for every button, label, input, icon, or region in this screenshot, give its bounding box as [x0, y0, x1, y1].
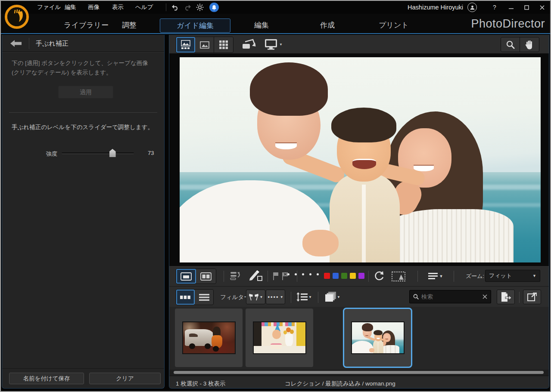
module-tabbar: ライブラリー 調整 ガイド編集 編集 作成 プリント PhotoDirector [1, 14, 550, 34]
clear-button[interactable]: クリア [89, 373, 161, 384]
strength-slider-row: 強度 73 [2, 148, 164, 159]
pan-hand-tool-button[interactable] [520, 37, 539, 52]
flip-mirror-icon[interactable] [390, 270, 407, 282]
strength-value: 73 [148, 150, 154, 156]
search-input[interactable] [421, 293, 480, 300]
filmstrip-view-group [176, 289, 214, 305]
view-mode-group [176, 37, 233, 53]
panel-footer: 名前を付けて保存 クリア [2, 368, 164, 388]
back-arrow-icon[interactable] [6, 37, 25, 49]
compare-mode-group [176, 269, 216, 284]
beach-family-photo [180, 57, 541, 262]
zoom-pan-group [501, 37, 539, 52]
user-avatar-icon[interactable] [467, 3, 477, 12]
viewer-only-mode-button[interactable] [195, 37, 214, 52]
rating-dots[interactable] [285, 273, 321, 275]
help-button[interactable]: ? [489, 3, 500, 12]
titlebar-separator [166, 3, 166, 11]
color-label-red [324, 273, 330, 279]
color-label-yellow [350, 273, 356, 279]
user-name[interactable]: Hashizume Hiroyuki [408, 4, 463, 11]
night-scooter-photo [183, 322, 235, 353]
zoom-tool-button[interactable] [501, 37, 520, 52]
tab-library[interactable]: ライブラリー [59, 19, 113, 32]
filmstrip-toolbar: フィルター: ▼ •••• ▼ ▼ ▼ [169, 286, 549, 307]
compare-view-button[interactable] [196, 269, 216, 284]
menu-help[interactable]: ヘルプ [135, 3, 153, 11]
save-as-button[interactable]: 名前を付けて保存 [9, 373, 84, 384]
filmstrip [169, 307, 549, 370]
menu-view[interactable]: 表示 [112, 3, 124, 11]
strength-label: 強度 [46, 150, 57, 158]
tab-guided-edit[interactable]: ガイド編集 [160, 19, 230, 33]
open-external-button[interactable] [523, 290, 541, 304]
collection-path-text: コレクション / 最新読み込み / woman.png [285, 380, 395, 388]
maximize-button[interactable] [521, 3, 532, 12]
search-box[interactable] [409, 290, 491, 303]
close-button[interactable] [536, 3, 548, 12]
photo-preview-area [169, 54, 549, 265]
zoom-fit-dropdown[interactable]: フィット ▼ [485, 270, 540, 282]
panel-divider [9, 112, 157, 113]
sort-order-icon[interactable]: ▼ [295, 291, 313, 302]
tab-print[interactable]: プリント [374, 19, 413, 32]
tab-adjust[interactable]: 調整 [118, 19, 141, 32]
viewer-filmstrip-mode-button[interactable] [176, 37, 195, 52]
undo-icon[interactable] [170, 2, 181, 12]
redo-icon[interactable] [182, 2, 193, 12]
slider-hint-text: 手ぶれ補正のレベルを下のスライダーで調整します。 [12, 123, 158, 131]
color-label-chips[interactable] [323, 273, 366, 279]
tab-edit[interactable]: 編集 [250, 19, 273, 32]
filmstrip-scrollbar[interactable] [174, 371, 544, 374]
rotate-photo-icon[interactable] [240, 38, 258, 51]
thumbnail-birthday-party[interactable] [246, 309, 313, 367]
color-label-green [341, 273, 347, 279]
stack-photos-icon[interactable]: ▼ [323, 290, 342, 303]
menu-file[interactable]: ファイル [37, 3, 61, 11]
rating-filter-button[interactable]: •••• ▼ [266, 290, 285, 304]
guided-edit-panel: 手ぶれ補正 下の [適用] ボタンをクリックして、シャープな画像 (クリアなディ… [2, 35, 165, 389]
secondary-monitor-icon[interactable]: ▼ [263, 38, 284, 51]
brand-logo-text: PhotoDirector [471, 17, 545, 31]
flag-pick-reject-icons[interactable] [272, 271, 292, 282]
search-icon [413, 294, 419, 299]
thumbnail-beach-family-selected[interactable] [344, 309, 411, 367]
thumbnail-night-scooter[interactable] [175, 309, 243, 367]
viewer-area: ▼ [169, 35, 549, 389]
list-options-icon[interactable]: ▼ [426, 271, 445, 281]
strength-slider-track[interactable] [62, 152, 134, 154]
notifications-bell-icon[interactable] [209, 3, 219, 12]
menu-image[interactable]: 画像 [88, 3, 100, 11]
photodirector-window: ファイル 編集 画像 表示 ヘルプ Hashizume Hiroyuki ? [0, 0, 551, 392]
settings-gear-icon[interactable] [195, 2, 205, 12]
browser-grid-mode-button[interactable] [214, 37, 233, 52]
zoom-label: ズーム: [466, 272, 484, 280]
thumbnail-view-button[interactable] [176, 290, 195, 305]
header-separator [29, 38, 29, 49]
selection-count-text: 1 枚選択 - 3 枚表示 [176, 380, 226, 388]
panel-header: 手ぶれ補正 [2, 35, 164, 52]
rotate-left-icon[interactable] [372, 270, 386, 282]
menu-edit[interactable]: 編集 [65, 3, 76, 11]
beach-family-photo [352, 322, 404, 353]
export-button[interactable] [497, 290, 515, 304]
clear-search-icon [483, 294, 487, 299]
titlebar: ファイル 編集 画像 表示 ヘルプ Hashizume Hiroyuki ? [1, 1, 550, 14]
strength-slider-thumb[interactable] [109, 149, 116, 157]
flag-filter-button[interactable]: ▼ [246, 290, 265, 304]
tab-create[interactable]: 作成 [316, 19, 339, 32]
adjust-pencil-icon[interactable] [247, 269, 264, 282]
cyberlink-logo [5, 4, 29, 29]
chevron-down-icon: ▼ [532, 274, 536, 278]
photo-tools-row: ▼ ズーム: フィット ▼ [169, 265, 549, 286]
viewer-toolbar: ▼ [169, 35, 549, 54]
birthday-party-photo [254, 322, 305, 353]
history-icon[interactable] [229, 270, 243, 282]
panel-title: 手ぶれ補正 [36, 40, 68, 48]
zoom-dropdown-value: フィット [489, 272, 512, 280]
minimize-button[interactable] [505, 3, 517, 12]
list-view-button[interactable] [195, 290, 213, 305]
color-label-purple [358, 273, 364, 279]
apply-button[interactable]: 適用 [58, 86, 113, 99]
single-view-button[interactable] [176, 269, 196, 284]
